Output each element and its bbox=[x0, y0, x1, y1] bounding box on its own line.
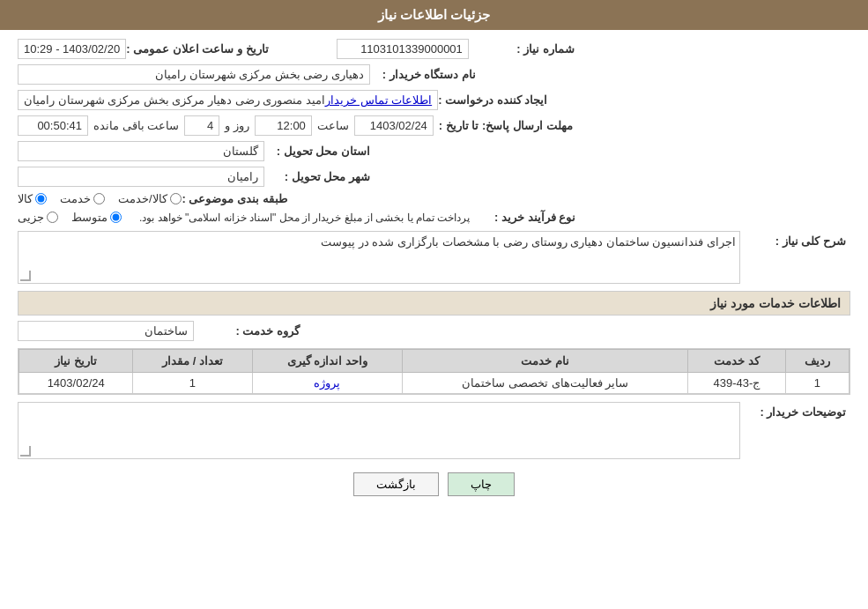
buyer-name-row: نام دستگاه خریدار : دهیاری رضی بخش مرکزی… bbox=[18, 64, 850, 85]
city-row: شهر محل تحویل : رامیان bbox=[18, 167, 850, 187]
deadline-remaining-label: ساعت باقی مانده bbox=[93, 119, 179, 132]
category-label: طبقه بندی موضوعی : bbox=[182, 192, 287, 205]
col-header-service-name: نام خدمت bbox=[403, 350, 688, 373]
buyer-name-value: دهیاری رضی بخش مرکزی شهرستان رامیان bbox=[18, 64, 370, 85]
purchase-type-radio-medium[interactable] bbox=[110, 212, 122, 223]
purchase-type-small-label: جزیی bbox=[18, 211, 44, 224]
services-section-title: اطلاعات خدمات مورد نیاز bbox=[710, 296, 841, 310]
cell-unit: پروژه bbox=[252, 373, 403, 394]
need-number-row: شماره نیاز : 1103101339000001 تاریخ و سا… bbox=[18, 39, 850, 59]
purchase-type-row: نوع فرآیند خرید : پرداخت تمام یا بخشی از… bbox=[18, 211, 850, 224]
need-number-label: شماره نیاز : bbox=[469, 42, 575, 56]
category-radio-goods[interactable] bbox=[35, 193, 47, 204]
need-number-value: 1103101339000001 bbox=[337, 39, 469, 59]
province-label: استان محل تحویل : bbox=[264, 145, 370, 158]
buyer-description-label: توضیحات خریدار : bbox=[740, 402, 846, 419]
page-title: جزئیات اطلاعات نیاز bbox=[378, 7, 490, 22]
col-header-date: تاریخ نیاز bbox=[19, 350, 133, 373]
cell-service-code: ج-43-439 bbox=[688, 373, 785, 394]
buyer-description-section: توضیحات خریدار : bbox=[18, 402, 850, 459]
category-radio-service-goods[interactable] bbox=[170, 193, 182, 204]
services-table: ردیف کد خدمت نام خدمت واحد اندازه گیری ت… bbox=[19, 349, 849, 394]
announcement-label: تاریخ و ساعت اعلان عمومی : bbox=[126, 42, 268, 56]
col-header-quantity: تعداد / مقدار bbox=[133, 350, 252, 373]
need-description-text: اجرای فندانسیون ساختمان دهیاری روستای رض… bbox=[321, 235, 736, 249]
page-wrapper: جزئیات اطلاعات نیاز شماره نیاز : 1103101… bbox=[0, 0, 868, 609]
purchase-type-small[interactable]: جزیی bbox=[18, 211, 58, 224]
service-group-value: ساختمان bbox=[18, 321, 194, 341]
category-label-goods: کالا bbox=[18, 192, 33, 205]
deadline-remaining-value: 00:50:41 bbox=[18, 115, 88, 136]
col-header-service-code: کد خدمت bbox=[688, 350, 785, 373]
creator-row: ایجاد کننده درخواست : اطلاعات تماس خریدا… bbox=[18, 90, 850, 110]
main-content: شماره نیاز : 1103101339000001 تاریخ و سا… bbox=[0, 30, 868, 523]
need-description-section: شرح کلی نیاز : اجرای فندانسیون ساختمان د… bbox=[18, 231, 850, 284]
deadline-time-value: 12:00 bbox=[255, 115, 312, 136]
purchase-type-medium-label: متوسط bbox=[71, 211, 108, 224]
need-description-label: شرح کلی نیاز : bbox=[740, 231, 846, 248]
category-option-service-goods[interactable]: کالا/خدمت bbox=[118, 192, 182, 205]
back-button[interactable]: بازگشت bbox=[353, 472, 439, 496]
contact-info-link[interactable]: اطلاعات تماس خریدار bbox=[325, 93, 432, 107]
purchase-type-label: نوع فرآیند خرید : bbox=[470, 211, 575, 224]
deadline-days-value: 4 bbox=[184, 115, 219, 136]
deadline-label: مهلت ارسال پاسخ: تا تاریخ : bbox=[439, 119, 573, 132]
creator-label: ایجاد کننده درخواست : bbox=[438, 93, 547, 107]
purchase-type-radio-small[interactable] bbox=[47, 212, 58, 223]
deadline-time-label: ساعت bbox=[317, 119, 349, 132]
category-label-service-goods: کالا/خدمت bbox=[118, 192, 167, 205]
cell-date: 1403/02/24 bbox=[19, 373, 133, 394]
deadline-row: مهلت ارسال پاسخ: تا تاریخ : 1403/02/24 س… bbox=[18, 115, 850, 136]
city-value: رامیان bbox=[18, 167, 264, 187]
buyer-description-box bbox=[18, 402, 740, 459]
category-label-service: خدمت bbox=[60, 192, 91, 205]
buyer-name-label: نام دستگاه خریدار : bbox=[370, 68, 476, 81]
print-button[interactable]: چاپ bbox=[448, 472, 515, 496]
service-group-row: گروه خدمت : ساختمان bbox=[18, 321, 850, 341]
creator-text: امید منصوری رضی دهیار مرکزی بخش مرکزی شه… bbox=[24, 93, 325, 107]
cell-quantity: 1 bbox=[133, 373, 252, 394]
buyer-desc-resize-handle[interactable] bbox=[20, 446, 31, 457]
purchase-type-options: متوسط جزیی bbox=[18, 211, 122, 224]
col-header-row-num: ردیف bbox=[785, 350, 849, 373]
button-bar: چاپ بازگشت bbox=[18, 472, 850, 509]
cell-service-name: سایر فعالیت‌های تخصصی ساختمان bbox=[403, 373, 688, 394]
services-section-header: اطلاعات خدمات مورد نیاز bbox=[18, 291, 850, 316]
category-option-goods[interactable]: کالا bbox=[18, 192, 47, 205]
page-header: جزئیات اطلاعات نیاز bbox=[0, 0, 868, 30]
resize-handle[interactable] bbox=[20, 271, 31, 281]
creator-value: اطلاعات تماس خریدار امید منصوری رضی دهیا… bbox=[18, 90, 438, 110]
category-option-service[interactable]: خدمت bbox=[60, 192, 105, 205]
cell-row-num: 1 bbox=[785, 373, 849, 394]
province-row: استان محل تحویل : گلستان bbox=[18, 141, 850, 161]
category-radio-service[interactable] bbox=[93, 193, 105, 204]
table-row: 1 ج-43-439 سایر فعالیت‌های تخصصی ساختمان… bbox=[19, 373, 849, 394]
purchase-type-note: پرداخت تمام یا بخشی از مبلغ خریدار از مح… bbox=[139, 212, 470, 224]
announcement-value: 1403/02/20 - 10:29 bbox=[18, 39, 126, 59]
services-table-container: ردیف کد خدمت نام خدمت واحد اندازه گیری ت… bbox=[18, 348, 850, 395]
deadline-date-value: 1403/02/24 bbox=[354, 115, 434, 136]
purchase-type-medium[interactable]: متوسط bbox=[71, 211, 122, 224]
city-label: شهر محل تحویل : bbox=[264, 170, 370, 183]
purchase-type-content: پرداخت تمام یا بخشی از مبلغ خریدار از مح… bbox=[18, 211, 470, 224]
category-row: طبقه بندی موضوعی : کالا/خدمت خدمت کالا bbox=[18, 192, 850, 205]
service-group-label: گروه خدمت : bbox=[194, 324, 300, 338]
col-header-unit: واحد اندازه گیری bbox=[252, 350, 403, 373]
need-description-box: اجرای فندانسیون ساختمان دهیاری روستای رض… bbox=[18, 231, 740, 284]
deadline-day-label: روز و bbox=[225, 119, 249, 132]
province-value: گلستان bbox=[18, 141, 264, 161]
category-options: کالا/خدمت خدمت کالا bbox=[18, 192, 182, 205]
